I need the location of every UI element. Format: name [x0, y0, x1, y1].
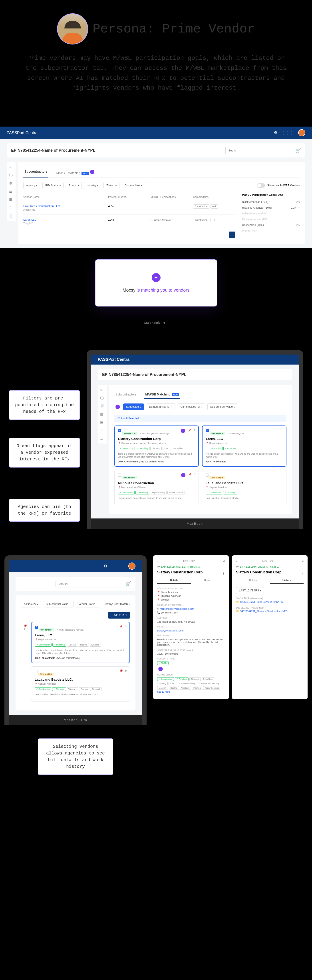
tab-subcontractors[interactable]: Subcontractors	[23, 167, 48, 178]
star-icon[interactable]: ☆	[24, 627, 26, 631]
filter-timing[interactable]: Timing	[103, 182, 119, 189]
filter-commodities[interactable]: Commodities (2)	[177, 404, 205, 410]
filter-commodities[interactable]: odities (2)	[21, 601, 41, 608]
cart-icon[interactable]: 🛒	[125, 581, 131, 587]
panel-title: Slattery Construction Corp	[236, 570, 281, 574]
vendor-link[interactable]: Five Trees Construction LLC.	[23, 204, 61, 208]
vendor-card[interactable]: 📌☆ 89% MATCH ✓ Worked together 2 years a…	[31, 622, 130, 663]
nav-back-icon[interactable]: ‹	[157, 560, 158, 562]
filter-subcontract[interactable]: Sub-contract Value	[207, 404, 238, 410]
panel-tab-history[interactable]: History	[270, 577, 304, 584]
filter-agency[interactable]: Agency	[23, 182, 40, 189]
vendor-checkbox[interactable]	[35, 670, 38, 673]
user-avatar-icon[interactable]	[298, 129, 305, 136]
vendor-checkbox[interactable]	[118, 429, 121, 433]
vendor-history-panel: ‹ Item 1 of 2 › ⊡ EXPRESSED INTEREST IN …	[232, 555, 307, 699]
sidebar-doc-icon[interactable]: 📄	[100, 404, 104, 408]
star-icon[interactable]: ☆	[193, 429, 196, 433]
sidebar-grid-icon[interactable]: ▦	[100, 412, 104, 416]
sidebar-info-icon[interactable]: ⓘ	[9, 173, 13, 177]
apps-icon[interactable]: ⋮⋮⋮	[282, 130, 294, 135]
settings-icon[interactable]: ⚙	[104, 564, 108, 568]
mwbe-toggle[interactable]	[257, 183, 265, 188]
annotation-flags: Green flags appear if a vendor expressed…	[9, 438, 80, 468]
goal-row: Asian American (N/A)	[242, 211, 300, 216]
history-link[interactable]: 📁82356512251_Build Services for NYPD	[236, 600, 304, 603]
panel-tab-history[interactable]: History	[191, 577, 225, 584]
vendor-checkbox[interactable]	[118, 474, 121, 477]
apps-icon[interactable]: ⋮⋮⋮	[112, 564, 124, 568]
vendor-checkbox[interactable]	[206, 429, 209, 433]
settings-icon[interactable]: ⚙	[274, 130, 277, 135]
nav-back-icon[interactable]: ‹	[236, 560, 237, 562]
goal-row: Black American (10%)0%	[242, 199, 300, 205]
star-icon[interactable]: ☆	[125, 669, 127, 672]
filter-vendor-status[interactable]: Vendor Status	[76, 601, 100, 608]
close-icon[interactable]: ⊡	[302, 559, 304, 562]
close-icon[interactable]: ⊡	[223, 559, 225, 562]
filter-industry[interactable]: Industry	[84, 182, 101, 189]
vendor-card[interactable]: 75% MATCH LaLaLand Baptiste LLC. 📍 Hispa…	[202, 470, 287, 505]
sidebar-settings-icon[interactable]: ⚙	[9, 181, 13, 185]
pin-icon[interactable]: 📌	[119, 669, 123, 672]
goal-row: Hispanic American (10%)10%✓	[242, 205, 300, 211]
filter-rfx-status[interactable]: RFx Status	[43, 182, 63, 189]
vendor-link[interactable]: Lares LLC.	[23, 218, 38, 221]
panel-tab-details[interactable]: Details	[157, 577, 191, 584]
see-more-link[interactable]: See 12 more	[157, 690, 170, 693]
vendor-checkbox[interactable]	[35, 626, 38, 629]
pin-icon[interactable]: 📌	[188, 429, 192, 433]
nav-next-icon[interactable]: ›	[220, 559, 221, 562]
persona-description: Prime vendors may have M/WBE participati…	[23, 53, 289, 93]
vendor-card[interactable]: 📌☆ 75% MATCH LaLaLand Baptiste LLC. 📍 Hi…	[31, 667, 130, 702]
sidebar-list-icon[interactable]: ☰	[9, 189, 13, 193]
vendor-checkbox[interactable]	[206, 474, 209, 477]
search-input[interactable]	[225, 147, 292, 154]
vendor-card[interactable]: 89% MATCH ✓ Worked together Lares, LLC 📍…	[202, 425, 287, 467]
cart-icon[interactable]: 🛒	[295, 148, 301, 153]
history-item: Jan 30, 2024 (release date) 📁82356512251…	[236, 597, 304, 603]
more-icon[interactable]: ⋮	[301, 572, 304, 575]
filter-subcontract[interactable]: Sub-contract Value	[43, 601, 73, 608]
tab-subcontractors[interactable]: Subcontractors	[114, 390, 138, 399]
vendor-name: LaLaLand Baptiste LLC.	[35, 678, 126, 681]
vendor-card[interactable]: 📌☆ 89% MATCH Milhouse Construction 📍 Bla…	[114, 470, 199, 505]
add-button[interactable]: +	[229, 232, 235, 238]
persona-avatar	[57, 13, 88, 45]
sidebar-doc-icon[interactable]: 📄	[9, 213, 13, 217]
pin-icon[interactable]: 📌	[188, 473, 192, 477]
vendor-name: Lares, LLC	[206, 437, 283, 441]
sidebar-share-icon[interactable]: ⤴	[9, 205, 13, 209]
nav-next-icon[interactable]: ›	[299, 559, 299, 562]
th-vendor-name[interactable]: Vendor Name	[23, 196, 108, 199]
filter-demographics[interactable]: Demographics (3)	[146, 404, 175, 410]
history-link[interactable]: 📁54822364251_Electrical Services for NYP…	[236, 610, 304, 612]
more-icon[interactable]: ⋮	[222, 572, 225, 575]
pin-icon[interactable]: 📌	[24, 624, 27, 627]
history-filter[interactable]: LAST 10 YEARS	[236, 587, 264, 594]
sidebar-collapse-icon[interactable]: »	[9, 165, 13, 169]
tab-matching[interactable]: M/WBE MatchingNEW	[55, 167, 97, 178]
star-icon[interactable]: ☆	[124, 625, 127, 628]
sidebar-grid-icon[interactable]: ▦	[9, 197, 13, 201]
sidebar-collapse-icon[interactable]: »	[100, 388, 104, 392]
user-avatar-icon[interactable]	[128, 563, 135, 570]
star-icon[interactable]: ☆	[193, 473, 196, 477]
search-input[interactable]	[55, 580, 122, 587]
sidebar-info-icon[interactable]: ⓘ	[100, 396, 104, 400]
vendor-card[interactable]: 📌☆ 89% MATCH ✓ Worked together 4 months …	[114, 425, 199, 467]
pin-icon[interactable]: 📌	[119, 625, 123, 628]
website-link[interactable]: slatteryconstruction.com	[157, 629, 225, 632]
vendor-name: Milhouse Construction	[118, 481, 195, 485]
sidebar-plus-icon[interactable]: +	[100, 428, 104, 432]
filter-round[interactable]: Round	[66, 182, 81, 189]
filter-suggested[interactable]: Suggested	[123, 404, 144, 410]
email-link[interactable]: mary@slatteryconstruction.com	[160, 608, 194, 610]
filter-commodities[interactable]: Commodities	[122, 182, 145, 189]
sidebar-list-icon[interactable]: ☰	[100, 436, 104, 440]
panel-tab-details[interactable]: Details	[236, 577, 270, 584]
persona-title: Persona: Prime Vendor	[93, 22, 255, 36]
sidebar-box-icon[interactable]: ▣	[100, 420, 104, 424]
tab-matching[interactable]: M/WBE MatchingNEW	[144, 390, 180, 399]
add-to-rfx-button[interactable]: + Add to RFx	[108, 612, 130, 619]
